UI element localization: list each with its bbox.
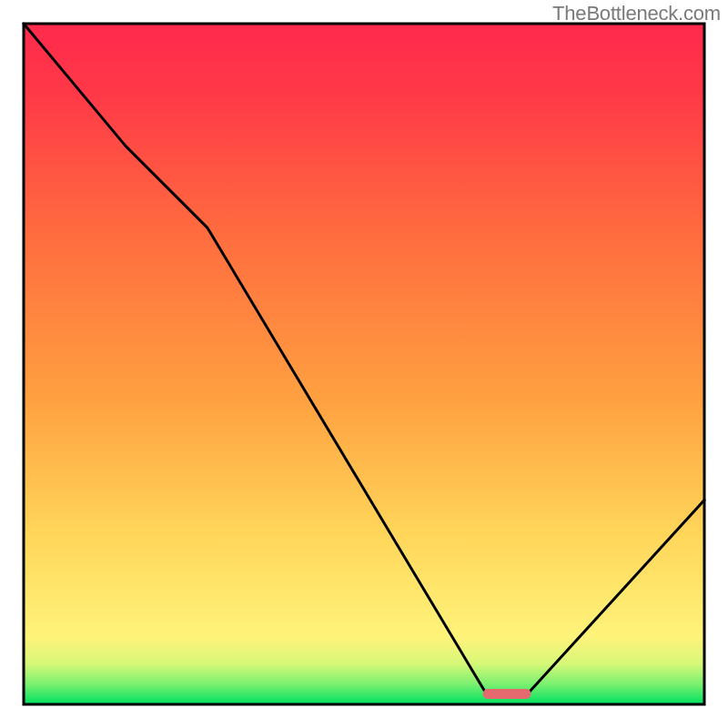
sweet-spot-marker xyxy=(483,689,531,699)
chart-svg xyxy=(0,0,728,728)
plot-background xyxy=(24,24,704,704)
bottleneck-chart: TheBottleneck.com xyxy=(0,0,728,728)
watermark-text: TheBottleneck.com xyxy=(552,2,721,25)
